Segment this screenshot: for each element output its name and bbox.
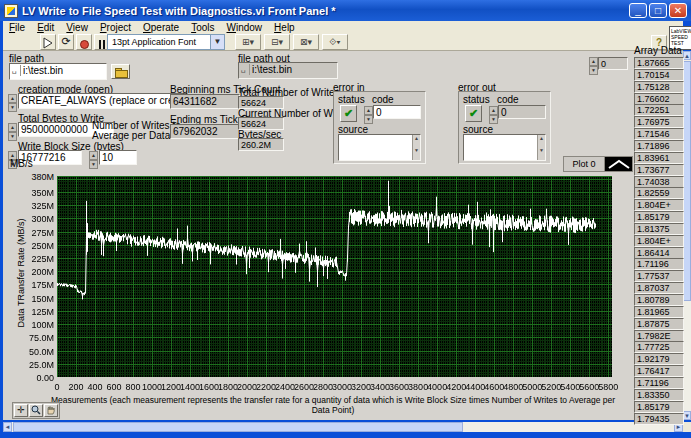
file-path-input[interactable]: ␣i:\test.bin <box>9 63 107 80</box>
menu-tools[interactable]: Tools <box>185 22 220 33</box>
bytes-per-sec-value: 260.2M <box>238 138 284 151</box>
abort-button[interactable] <box>76 34 92 50</box>
menu-help[interactable]: Help <box>268 22 301 33</box>
mini-scrollbar[interactable]: ▲▼ <box>537 135 545 160</box>
array-data-cell[interactable]: 1.87875 <box>634 318 684 330</box>
array-data-cell[interactable]: 1.77725 <box>634 341 684 353</box>
array-data-cell[interactable]: 1.804E+ <box>634 199 684 211</box>
vertical-scrollbar-thumb[interactable] <box>683 61 691 301</box>
array-data-cell[interactable]: 1.77537 <box>634 270 684 282</box>
run-button[interactable] <box>40 34 56 50</box>
cursor-tool-button[interactable]: ✛ <box>14 404 28 417</box>
browse-folder-button[interactable] <box>111 64 130 79</box>
minimize-button[interactable]: _ <box>629 3 647 18</box>
writes-to-average-input[interactable]: 10 <box>99 150 137 165</box>
close-button[interactable]: ✕ <box>669 3 687 18</box>
array-index-spinner[interactable]: ▲▼ <box>589 57 598 72</box>
align-objects-dropdown[interactable]: ⊞▾ <box>235 34 261 50</box>
array-data-cell[interactable]: 1.83350 <box>634 389 684 401</box>
maximize-button[interactable]: □ <box>649 3 667 18</box>
toolbar: ⟳ 13pt Application Font ▼ ⊞▾ ⊟▾ ⊠▾ ⟐▾ ? … <box>3 33 683 51</box>
resize-grip[interactable] <box>683 422 691 432</box>
plot-legend[interactable]: Plot 0 <box>563 156 633 172</box>
array-data-cell[interactable]: 1.87665 <box>634 57 684 69</box>
array-data-cell[interactable]: 1.71196 <box>634 377 684 389</box>
run-continuous-button[interactable]: ⟳ <box>58 34 74 50</box>
creation-mode-dropdown[interactable]: CREATE_ALWAYS (replace or create) <box>18 93 188 109</box>
menu-window[interactable]: Window <box>221 22 269 33</box>
pan-tool-button[interactable] <box>44 404 58 417</box>
title-bar[interactable]: LV Write to File Speed Test with Diagnos… <box>0 0 691 21</box>
y-axis-tick-label: 50.0M <box>16 347 54 357</box>
array-data-cell[interactable]: 1.83961 <box>634 152 684 164</box>
menu-project[interactable]: Project <box>94 22 137 33</box>
array-data-cell[interactable]: 1.804E+ <box>634 235 684 247</box>
menu-view[interactable]: View <box>60 22 94 33</box>
array-data-cell[interactable]: 1.76417 <box>634 365 684 377</box>
distribute-objects-dropdown[interactable]: ⊟▾ <box>264 34 290 50</box>
error-out-source-value: ▲▼ <box>463 134 546 161</box>
array-data-cell[interactable]: 1.76975 <box>634 116 684 128</box>
y-axis-tick-label: 325M <box>16 201 54 211</box>
array-data-cell[interactable]: 1.72251 <box>634 104 684 116</box>
pause-bar-icon <box>99 40 101 49</box>
y-axis-tick-label: 380M <box>16 172 54 182</box>
array-index-input[interactable]: 0 <box>598 57 628 70</box>
window-title: LV Write to File Speed Test with Diagnos… <box>22 5 627 17</box>
error-in-status-ok-icon[interactable]: ✔ <box>340 105 357 122</box>
plot-line-sample-icon <box>604 157 632 171</box>
horizontal-scrollbar[interactable]: ◄ ► <box>3 422 683 432</box>
graph-palette: ✛ <box>12 402 60 419</box>
total-bytes-spinner[interactable]: ▲▼ <box>8 123 17 138</box>
y-axis-tick-label: 75.0M <box>16 333 54 343</box>
scroll-left-arrow[interactable]: ◄ <box>3 422 12 432</box>
scroll-up-arrow[interactable]: ▲ <box>683 51 691 60</box>
beginning-tick-value: 64311682 <box>170 94 240 109</box>
array-data-cell[interactable]: 1.73677 <box>634 164 684 176</box>
array-data-cell[interactable]: 1.79435 <box>634 413 684 425</box>
array-data-cell[interactable]: 1.82559 <box>634 187 684 199</box>
array-data-cell[interactable]: 1.85179 <box>634 211 684 223</box>
chevron-down-icon: ▼ <box>210 35 224 49</box>
font-selector-value: 13pt Application Font <box>112 37 196 47</box>
run-arrow-icon <box>42 37 54 49</box>
error-in-source-input[interactable]: ▲▼ <box>338 134 421 161</box>
menu-operate[interactable]: Operate <box>137 22 185 33</box>
array-data-cell[interactable]: 1.76602 <box>634 93 684 105</box>
creation-mode-spinner[interactable]: ▲▼ <box>8 94 17 109</box>
error-in-code-label: code <box>372 94 394 105</box>
array-data-cell[interactable]: 1.87037 <box>634 282 684 294</box>
array-data-cell[interactable]: 1.80789 <box>634 294 684 306</box>
writes-to-average-spinner[interactable]: ▲▼ <box>89 151 98 166</box>
array-data-cell[interactable]: 1.81965 <box>634 306 684 318</box>
file-path-out-value: ␣i:\test.bin <box>238 62 338 79</box>
resize-objects-dropdown[interactable]: ⊠▾ <box>293 34 319 50</box>
array-data-cell[interactable]: 1.85179 <box>634 401 684 413</box>
array-data-cell[interactable]: 1.7982E <box>634 330 684 342</box>
array-data-cell[interactable]: 1.71196 <box>634 258 684 270</box>
error-in-code-spinner[interactable]: ▲▼ <box>364 106 373 121</box>
error-out-code-spinner[interactable]: ▲▼ <box>489 106 498 121</box>
menu-file[interactable]: File <box>3 22 31 33</box>
array-data-cell[interactable]: 1.81375 <box>634 223 684 235</box>
y-axis-tick-label: 300M <box>16 214 54 224</box>
font-selector-dropdown[interactable]: 13pt Application Font ▼ <box>107 34 225 50</box>
scroll-down-arrow[interactable]: ▼ <box>683 411 691 420</box>
array-data-cell[interactable]: 1.74038 <box>634 176 684 188</box>
error-in-code-input[interactable]: 0 <box>373 105 421 119</box>
array-data-cell[interactable]: 1.71546 <box>634 128 684 140</box>
array-data-cell[interactable]: 1.92179 <box>634 353 684 365</box>
array-data-cell[interactable]: 1.86414 <box>634 247 684 259</box>
menu-edit[interactable]: Edit <box>31 22 60 33</box>
reorder-objects-dropdown[interactable]: ⟐▾ <box>322 34 348 50</box>
labview-vi-icon <box>4 4 18 18</box>
horizontal-scrollbar-thumb[interactable] <box>13 422 463 432</box>
array-data-cell[interactable]: 1.71896 <box>634 140 684 152</box>
array-data-cell[interactable]: 1.70154 <box>634 69 684 81</box>
error-out-status-ok-icon[interactable]: ✔ <box>465 105 482 122</box>
waveform-graph-plot-area[interactable] <box>57 176 612 377</box>
vertical-scrollbar[interactable]: ▲ ▼ <box>683 51 691 420</box>
array-data-cell[interactable]: 1.75128 <box>634 81 684 93</box>
mini-scrollbar[interactable]: ▲▼ <box>412 135 420 160</box>
zoom-tool-button[interactable] <box>29 404 43 417</box>
